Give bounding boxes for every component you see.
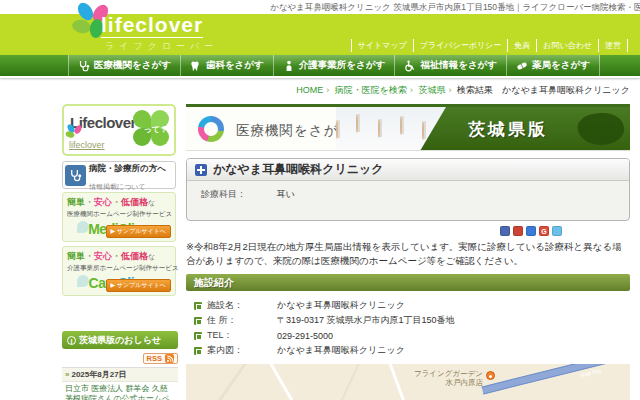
tab-label: 医療機関をさがす <box>94 59 171 72</box>
row-value: 029-291-5000 <box>277 331 333 341</box>
section-banner: 医療機関をさがす 茨城県版 <box>186 104 630 151</box>
tab-label: 歯科をさがす <box>206 59 264 72</box>
careclips-service-line: 介護事業所ホームページ制作サービス <box>67 264 171 273</box>
news-item-date: »2025年8月27日 <box>62 367 178 382</box>
bullet-icon <box>194 347 202 355</box>
utility-link-sitemap[interactable]: サイトマップ <box>351 39 413 52</box>
breadcrumb-ibaraki[interactable]: 茨城県 <box>419 85 446 95</box>
department-value: 耳い <box>277 189 295 199</box>
map-road <box>200 364 254 400</box>
info-box-title: 病院・診療所の方へ <box>89 163 166 173</box>
map-anchor-link[interactable]: かなやま耳鼻咽喉科クリニック <box>277 344 405 357</box>
catch-suffix: な <box>148 253 155 260</box>
utility-link-privacy[interactable]: プライバシーポリシー <box>413 39 508 52</box>
logo-kana: ライフクローバー <box>105 40 218 53</box>
sidebar-about-lifeclover[interactable]: Lifeclover って？ lifeclover <box>62 104 176 156</box>
wheelchair-icon <box>404 60 416 72</box>
breadcrumb-separator: › <box>410 85 413 95</box>
caregiver-icon <box>283 60 295 72</box>
table-row: 施設名： かなやま耳鼻咽喉科クリニック <box>186 298 630 313</box>
map-road <box>259 364 307 400</box>
tab-pharmacy-search[interactable]: 薬局をさがす <box>507 55 600 76</box>
bullet-icon <box>194 332 202 340</box>
stethoscope-icon <box>78 60 90 72</box>
share-icon-1[interactable] <box>500 226 510 236</box>
row-value: かなやま耳鼻咽喉科クリニック <box>277 299 405 312</box>
breadcrumb-separator: › <box>326 85 329 95</box>
table-row: TEL： 029-291-5000 <box>186 328 630 343</box>
restaurant-poi-icon <box>486 371 495 380</box>
bullet-icon <box>194 302 202 310</box>
swirl-logo-icon <box>198 116 224 142</box>
utility-nav: サイトマップ プライバシーポリシー 免責 お問い合わせ 運営 <box>351 39 628 52</box>
map-road <box>329 364 365 400</box>
site-logo[interactable]: lifeclover ライフクローバー <box>75 2 225 54</box>
mediclips-catch: 簡単・安心・低価格な <box>67 196 171 209</box>
facility-table: 施設名： かなやま耳鼻咽喉科クリニック 住 所： 〒319-0317 茨城県水戸… <box>186 298 630 358</box>
leaf-icon <box>77 275 89 287</box>
utility-link-disclaimer[interactable]: 免責 <box>507 39 536 52</box>
table-row: 案内図： かなやま耳鼻咽喉科クリニック <box>186 343 630 358</box>
info-box-subtitle: 情報掲載について <box>89 183 146 190</box>
main-nav: 医療機関をさがす 歯科をさがす 介護事業所をさがす 福祉情報をさがす 薬局をさが… <box>0 55 640 78</box>
bullet-icon <box>194 317 202 325</box>
row-value: 〒319-0317 茨城県水戸市内原1丁目150番地 <box>277 314 455 327</box>
tab-label: 薬局をさがす <box>532 59 590 72</box>
news-item-link[interactable]: 日立市 医療法人 群羊会 久慈茅根病院さんの公式ホームペ <box>62 382 178 400</box>
breadcrumb-home[interactable]: HOME <box>296 85 323 95</box>
sidebar-ad-mediclips[interactable]: 簡単・安心・低価格な 医療機関ホームページ制作サービス MediClips ▶ … <box>62 192 176 242</box>
clover-petal-icon <box>71 18 92 34</box>
info-icon: i <box>67 336 76 345</box>
mediclips-sample-button[interactable]: ▶ サンプルサイトへ <box>106 225 171 238</box>
page: かなやま耳鼻咽喉科クリニック 茨城県水戸市内原1丁目150番地｜ライフクローバー… <box>0 0 640 400</box>
map-canvas[interactable]: Natl Rte フライングガーデン 水戸内原店 <box>186 364 630 400</box>
clinic-card-body: 診療科目： 耳い <box>187 181 629 208</box>
share-icon-google[interactable]: G <box>539 226 549 236</box>
row-label: 案内図： <box>207 344 259 357</box>
leaf-icon <box>77 221 89 233</box>
poi-label: フライングガーデン 水戸内原店 <box>414 369 483 387</box>
tab-caregiving-search[interactable]: 介護事業所をさがす <box>274 55 395 76</box>
tab-medical-search[interactable]: 医療機関をさがす <box>68 55 181 76</box>
ibaraki-silhouette-icon <box>576 110 626 148</box>
clinic-card: かなやま耳鼻咽喉科クリニック 診療科目： 耳い <box>186 158 630 221</box>
catch-dot: ・ <box>85 251 94 261</box>
share-icon-5[interactable] <box>552 226 562 236</box>
facility-section-title: 施設紹介 <box>186 274 630 291</box>
stethoscope-icon <box>65 165 86 186</box>
department-label: 診療科目： <box>201 189 246 199</box>
share-icon-3[interactable] <box>526 226 536 236</box>
tab-welfare-search[interactable]: 福祉情報をさがす <box>395 55 507 76</box>
breadcrumb-hospital-search[interactable]: 病院・医院を検索 <box>335 85 407 95</box>
rss-button[interactable]: RSS <box>143 353 178 364</box>
map-highway <box>482 364 630 394</box>
share-icon-2[interactable] <box>513 226 523 236</box>
capsule-icon <box>516 60 528 72</box>
catch-dot: ・ <box>112 197 121 207</box>
row-label: 施設名： <box>207 299 259 312</box>
news-section-title: 茨城県版のおしらせ <box>79 334 161 347</box>
tab-label: 介護事業所をさがす <box>299 59 385 72</box>
news-list: »2025年8月27日 日立市 医療法人 群羊会 久慈茅根病院さんの公式ホームペ <box>62 367 178 400</box>
utility-link-contact[interactable]: お問い合わせ <box>536 39 598 52</box>
utility-link-operator[interactable]: 運営 <box>598 39 628 52</box>
tab-dental-search[interactable]: 歯科をさがす <box>181 55 274 76</box>
tooth-icon <box>190 60 202 72</box>
breadcrumb-current: 検索結果 かなやま耳鼻咽喉科クリニック <box>457 85 630 95</box>
catch-word: 安心 <box>94 251 112 261</box>
sidebar-ad-careclips[interactable]: 簡単・安心・低価格な 介護事業所ホームページ制作サービス CareClips ▶… <box>62 246 176 296</box>
breadcrumb: HOME› 病院・医院を検索› 茨城県› 検索結果 かなやま耳鼻咽喉科クリニック <box>0 84 630 97</box>
catch-dot: ・ <box>85 197 94 207</box>
careclips-sample-button[interactable]: ▶ サンプルサイトへ <box>106 279 171 292</box>
logo-wordmark: lifeclover <box>101 14 203 38</box>
edition-label: 茨城県版 <box>468 118 548 141</box>
table-row: 住 所： 〒319-0317 茨城県水戸市内原1丁目150番地 <box>186 313 630 328</box>
sidebar-item-for-hospitals[interactable]: 病院・診療所の方へ 情報掲載について <box>62 161 176 189</box>
catch-word: 低価格 <box>121 197 148 207</box>
catch-word: 簡単 <box>67 251 85 261</box>
map-road <box>381 364 415 400</box>
map-poi[interactable]: フライングガーデン 水戸内原店 <box>414 369 495 387</box>
hospital-icon <box>195 164 207 176</box>
row-label: TEL： <box>207 329 259 342</box>
tab-label: 福祉情報をさがす <box>420 59 497 72</box>
